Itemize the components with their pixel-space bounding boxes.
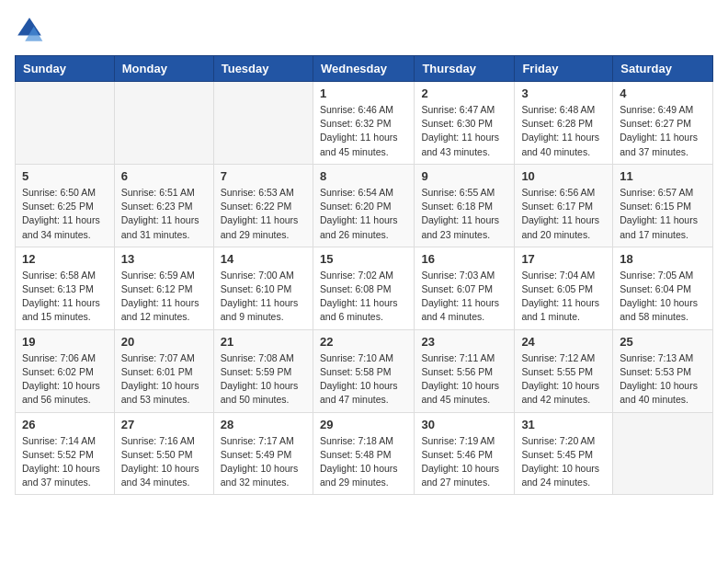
calendar-cell: 5Sunrise: 6:50 AM Sunset: 6:25 PM Daylig… (16, 164, 115, 247)
day-info: Sunrise: 7:11 AM Sunset: 5:56 PM Dayligh… (421, 351, 507, 408)
day-info: Sunrise: 7:10 AM Sunset: 5:58 PM Dayligh… (320, 351, 407, 408)
day-number: 8 (320, 169, 407, 183)
day-info: Sunrise: 7:06 AM Sunset: 6:02 PM Dayligh… (22, 351, 108, 408)
calendar-cell: 21Sunrise: 7:08 AM Sunset: 5:59 PM Dayli… (213, 329, 313, 412)
day-info: Sunrise: 7:17 AM Sunset: 5:49 PM Dayligh… (221, 434, 306, 490)
day-info: Sunrise: 7:04 AM Sunset: 6:05 PM Dayligh… (521, 269, 606, 325)
day-header-saturday: Saturday (613, 56, 713, 82)
day-number: 20 (121, 335, 207, 349)
day-number: 5 (22, 169, 108, 183)
day-info: Sunrise: 6:55 AM Sunset: 6:18 PM Dayligh… (421, 186, 507, 242)
svg-marker-0 (17, 17, 41, 35)
calendar-cell: 14Sunrise: 7:00 AM Sunset: 6:10 PM Dayli… (213, 247, 313, 329)
calendar-cell: 4Sunrise: 6:49 AM Sunset: 6:27 PM Daylig… (613, 82, 713, 165)
calendar-cell: 19Sunrise: 7:06 AM Sunset: 6:02 PM Dayli… (16, 329, 115, 412)
day-header-friday: Friday (515, 56, 613, 82)
day-number: 3 (521, 86, 606, 100)
day-info: Sunrise: 6:59 AM Sunset: 6:12 PM Dayligh… (121, 269, 207, 325)
calendar-cell: 7Sunrise: 6:53 AM Sunset: 6:22 PM Daylig… (213, 164, 313, 247)
calendar-cell: 24Sunrise: 7:12 AM Sunset: 5:55 PM Dayli… (515, 329, 613, 412)
day-number: 21 (221, 335, 306, 349)
day-info: Sunrise: 6:51 AM Sunset: 6:23 PM Dayligh… (121, 186, 207, 242)
day-number: 28 (221, 418, 306, 431)
day-number: 30 (421, 418, 507, 431)
day-info: Sunrise: 7:02 AM Sunset: 6:08 PM Dayligh… (320, 269, 407, 325)
day-header-wednesday: Wednesday (313, 56, 414, 82)
calendar-cell: 17Sunrise: 7:04 AM Sunset: 6:05 PM Dayli… (515, 247, 613, 329)
day-info: Sunrise: 7:07 AM Sunset: 6:01 PM Dayligh… (121, 351, 207, 408)
calendar-week-row: 5Sunrise: 6:50 AM Sunset: 6:25 PM Daylig… (16, 164, 713, 247)
day-info: Sunrise: 7:03 AM Sunset: 6:07 PM Dayligh… (421, 269, 507, 325)
day-info: Sunrise: 7:12 AM Sunset: 5:55 PM Dayligh… (521, 351, 606, 408)
calendar-cell (213, 82, 313, 165)
day-info: Sunrise: 6:57 AM Sunset: 6:15 PM Dayligh… (620, 186, 706, 242)
calendar-cell: 1Sunrise: 6:46 AM Sunset: 6:32 PM Daylig… (313, 82, 414, 165)
logo (15, 15, 48, 44)
day-number: 25 (620, 335, 706, 349)
calendar-cell (16, 82, 115, 165)
calendar-cell (114, 82, 213, 165)
day-number: 14 (221, 252, 306, 266)
day-info: Sunrise: 7:13 AM Sunset: 5:53 PM Dayligh… (620, 351, 706, 408)
day-info: Sunrise: 7:14 AM Sunset: 5:52 PM Dayligh… (22, 434, 108, 490)
day-number: 23 (421, 335, 507, 349)
day-number: 29 (320, 418, 407, 431)
calendar-cell: 8Sunrise: 6:54 AM Sunset: 6:20 PM Daylig… (313, 164, 414, 247)
day-info: Sunrise: 7:19 AM Sunset: 5:46 PM Dayligh… (421, 434, 507, 490)
calendar-header-row: SundayMondayTuesdayWednesdayThursdayFrid… (16, 56, 713, 82)
day-number: 18 (620, 252, 706, 266)
day-info: Sunrise: 7:18 AM Sunset: 5:48 PM Dayligh… (320, 434, 407, 490)
day-number: 4 (620, 86, 706, 100)
calendar-table: SundayMondayTuesdayWednesdayThursdayFrid… (15, 55, 713, 495)
day-number: 6 (121, 169, 207, 183)
day-info: Sunrise: 7:05 AM Sunset: 6:04 PM Dayligh… (620, 269, 706, 325)
calendar-cell: 12Sunrise: 6:58 AM Sunset: 6:13 PM Dayli… (16, 247, 115, 329)
day-number: 13 (121, 252, 207, 266)
calendar-cell: 31Sunrise: 7:20 AM Sunset: 5:45 PM Dayli… (515, 412, 613, 495)
calendar-cell: 29Sunrise: 7:18 AM Sunset: 5:48 PM Dayli… (313, 412, 414, 495)
day-info: Sunrise: 6:48 AM Sunset: 6:28 PM Dayligh… (521, 103, 606, 159)
day-header-tuesday: Tuesday (213, 56, 313, 82)
day-info: Sunrise: 6:49 AM Sunset: 6:27 PM Dayligh… (620, 103, 706, 159)
day-info: Sunrise: 6:56 AM Sunset: 6:17 PM Dayligh… (521, 186, 606, 242)
day-header-monday: Monday (114, 56, 213, 82)
calendar-cell: 11Sunrise: 6:57 AM Sunset: 6:15 PM Dayli… (613, 164, 713, 247)
calendar-week-row: 1Sunrise: 6:46 AM Sunset: 6:32 PM Daylig… (16, 82, 713, 165)
day-info: Sunrise: 6:50 AM Sunset: 6:25 PM Dayligh… (22, 186, 108, 242)
calendar-cell: 27Sunrise: 7:16 AM Sunset: 5:50 PM Dayli… (114, 412, 213, 495)
calendar-cell: 6Sunrise: 6:51 AM Sunset: 6:23 PM Daylig… (114, 164, 213, 247)
calendar-week-row: 19Sunrise: 7:06 AM Sunset: 6:02 PM Dayli… (16, 329, 713, 412)
calendar-cell: 30Sunrise: 7:19 AM Sunset: 5:46 PM Dayli… (415, 412, 515, 495)
day-number: 27 (121, 418, 207, 431)
day-number: 9 (421, 169, 507, 183)
day-number: 31 (521, 418, 606, 431)
day-number: 26 (22, 418, 108, 431)
calendar-cell: 15Sunrise: 7:02 AM Sunset: 6:08 PM Dayli… (313, 247, 414, 329)
day-info: Sunrise: 6:47 AM Sunset: 6:30 PM Dayligh… (421, 103, 507, 159)
calendar-week-row: 26Sunrise: 7:14 AM Sunset: 5:52 PM Dayli… (16, 412, 713, 495)
day-number: 1 (320, 86, 407, 100)
day-number: 15 (320, 252, 407, 266)
day-header-thursday: Thursday (415, 56, 515, 82)
day-info: Sunrise: 7:08 AM Sunset: 5:59 PM Dayligh… (221, 351, 306, 408)
calendar-cell: 3Sunrise: 6:48 AM Sunset: 6:28 PM Daylig… (515, 82, 613, 165)
calendar-cell: 16Sunrise: 7:03 AM Sunset: 6:07 PM Dayli… (415, 247, 515, 329)
calendar-cell: 28Sunrise: 7:17 AM Sunset: 5:49 PM Dayli… (213, 412, 313, 495)
calendar-cell: 20Sunrise: 7:07 AM Sunset: 6:01 PM Dayli… (114, 329, 213, 412)
day-number: 10 (521, 169, 606, 183)
day-number: 7 (221, 169, 306, 183)
calendar-cell: 2Sunrise: 6:47 AM Sunset: 6:30 PM Daylig… (415, 82, 515, 165)
logo-icon (15, 15, 44, 44)
day-info: Sunrise: 6:54 AM Sunset: 6:20 PM Dayligh… (320, 186, 407, 242)
day-info: Sunrise: 7:16 AM Sunset: 5:50 PM Dayligh… (121, 434, 207, 490)
calendar-cell: 25Sunrise: 7:13 AM Sunset: 5:53 PM Dayli… (613, 329, 713, 412)
day-number: 2 (421, 86, 507, 100)
calendar-cell (613, 412, 713, 495)
day-number: 17 (521, 252, 606, 266)
day-number: 22 (320, 335, 407, 349)
page-header (15, 15, 713, 44)
day-info: Sunrise: 7:00 AM Sunset: 6:10 PM Dayligh… (221, 269, 306, 325)
day-number: 12 (22, 252, 108, 266)
day-info: Sunrise: 6:53 AM Sunset: 6:22 PM Dayligh… (221, 186, 306, 242)
day-number: 24 (521, 335, 606, 349)
